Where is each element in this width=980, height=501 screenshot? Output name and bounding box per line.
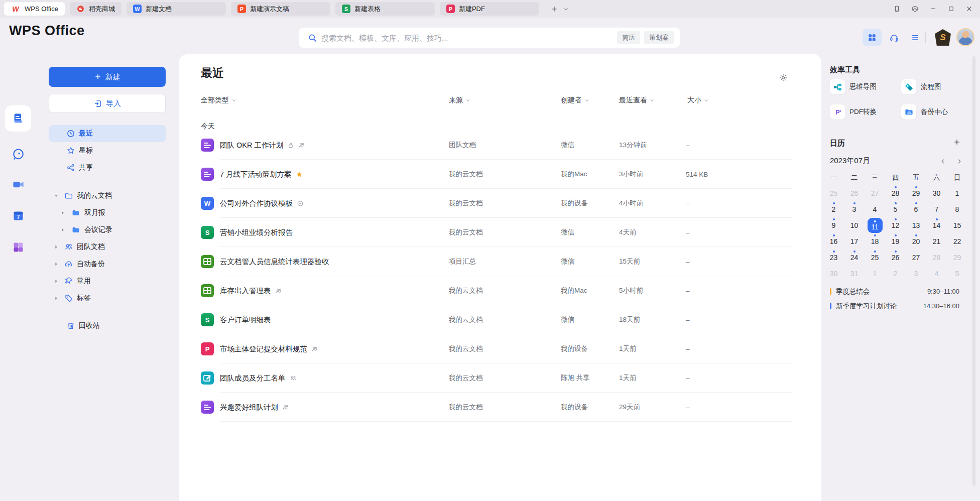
calendar-day[interactable]: 2 <box>885 266 906 282</box>
calendar-day[interactable]: 21 <box>926 233 947 249</box>
rail-apps-button[interactable] <box>5 234 31 260</box>
rail-calendar-button[interactable]: 7 <box>5 202 31 228</box>
calendar-day[interactable]: 1 <box>947 185 967 201</box>
sidebar-tree-0-child-1[interactable]: 会议记录 <box>40 221 173 238</box>
calendar-day[interactable]: 14 <box>926 217 947 233</box>
sidebar-item-2[interactable]: 共享 <box>40 159 173 176</box>
mobile-icon[interactable] <box>893 5 901 13</box>
scrollbar[interactable] <box>972 56 975 486</box>
sidebar-item-0[interactable]: 最近 <box>40 125 173 142</box>
search-input[interactable] <box>321 34 613 42</box>
tab-3[interactable]: P新建演示文稿 <box>231 2 330 16</box>
calendar-day[interactable]: 26 <box>885 249 906 266</box>
search-tag[interactable]: 策划案 <box>644 31 674 44</box>
file-row[interactable]: S 客户订单明细表 我的云文档 微信 18天前 – <box>179 305 821 334</box>
file-row[interactable]: 库存出入管理表 我的云文档 我的Mac 5小时前 – <box>179 276 821 305</box>
calendar-day-selected[interactable]: 11 <box>865 217 885 233</box>
tab-1[interactable]: 稻壳商城 <box>70 2 121 16</box>
workspace-icon[interactable] <box>911 5 919 13</box>
filter-4[interactable]: 大小 <box>687 96 709 105</box>
close-icon[interactable] <box>965 5 973 13</box>
sidebar-tree-2[interactable]: 自动备份 <box>40 256 173 273</box>
calendar-event[interactable]: 季度总结会9:30–11:00 <box>830 284 959 299</box>
calendar-day[interactable]: 26 <box>844 185 865 201</box>
calendar-day[interactable]: 30 <box>926 185 947 201</box>
list-settings-button[interactable] <box>777 71 790 84</box>
file-row[interactable]: 团队 OKR 工作计划 团队文档 微信 13分钟前 – <box>179 131 821 160</box>
caret-right-icon[interactable] <box>54 279 59 284</box>
file-row[interactable]: S 营销小组业绩分析报告 我的云文档 微信 4天前 – <box>179 218 821 247</box>
rail-docs-button[interactable] <box>5 105 31 132</box>
file-row[interactable]: 7 月线下活动策划方案 我的云文档 我的Mac 3小时前 514 KB <box>179 160 821 189</box>
avatar[interactable] <box>956 28 974 46</box>
sidebar-item-1[interactable]: 星标 <box>40 142 173 159</box>
file-row[interactable]: 团队成员及分工名单 我的云文档 陈旭 共享 1天前 – <box>179 363 821 393</box>
file-row[interactable]: 兴趣爱好组队计划 我的云文档 我的设备 29天前 – <box>179 393 821 422</box>
caret-right-icon[interactable] <box>54 296 59 301</box>
apps-grid-button[interactable] <box>863 29 882 46</box>
maximize-icon[interactable] <box>947 5 955 13</box>
calendar-day[interactable]: 6 <box>906 201 926 217</box>
file-row[interactable]: P 市场主体登记提交材料规范 我的云文档 我的设备 1天前 – <box>179 334 821 363</box>
file-row[interactable]: W 公司对外合作协议模板 我的云文档 我的设备 4小时前 – <box>179 189 821 218</box>
minimize-icon[interactable] <box>929 5 937 13</box>
calendar-day[interactable]: 30 <box>823 266 844 282</box>
membership-badge[interactable]: S <box>935 29 951 46</box>
calendar-event[interactable]: 新季度学习计划讨论14:30–16:00 <box>830 299 959 313</box>
sidebar-tree-0[interactable]: 我的云文档 <box>40 187 173 204</box>
filter-0[interactable]: 全部类型 <box>201 96 236 105</box>
menu-button[interactable] <box>906 29 925 46</box>
search-tag[interactable]: 简历 <box>617 31 640 44</box>
tool-2[interactable]: PPDF转换 <box>830 104 877 119</box>
caret-down-icon[interactable] <box>54 193 59 198</box>
file-row[interactable]: 云文档管人员信息统计表理器验收 项目汇总 微信 15天前 – <box>179 247 821 276</box>
calendar-day[interactable]: 17 <box>844 233 865 249</box>
tab-2[interactable]: W新建文档 <box>127 2 226 16</box>
calendar-day[interactable]: 19 <box>885 233 906 249</box>
calendar-day[interactable]: 27 <box>906 249 926 266</box>
sidebar-tree-4[interactable]: 标签 <box>40 290 173 307</box>
tab-4[interactable]: S新建表格 <box>335 2 435 16</box>
calendar-day[interactable]: 31 <box>844 266 865 282</box>
calendar-day[interactable]: 8 <box>947 201 967 217</box>
calendar-day[interactable]: 5 <box>947 266 967 282</box>
calendar-day[interactable]: 2 <box>823 201 844 217</box>
calendar-day[interactable]: 23 <box>823 249 844 266</box>
caret-right-icon[interactable] <box>54 262 59 267</box>
sidebar-tree-1[interactable]: 团队文档 <box>40 238 173 256</box>
calendar-day[interactable]: 29 <box>947 249 967 266</box>
calendar-prev-button[interactable] <box>938 156 948 166</box>
filter-3[interactable]: 最近查看 <box>619 96 655 105</box>
calendar-day[interactable]: 29 <box>906 185 926 201</box>
new-document-button[interactable]: 新建 <box>49 67 166 87</box>
calendar-day[interactable]: 18 <box>865 233 885 249</box>
tab-0[interactable]: WWPS Office <box>4 2 65 16</box>
calendar-day[interactable]: 10 <box>844 217 865 233</box>
calendar-day[interactable]: 3 <box>844 201 865 217</box>
calendar-day[interactable]: 22 <box>947 233 967 249</box>
sidebar-tree-0-child-0[interactable]: 双月报 <box>40 204 173 221</box>
tab-list-dropdown[interactable] <box>560 3 572 15</box>
sidebar-item-trash[interactable]: 回收站 <box>40 317 173 334</box>
tab-5[interactable]: P新建PDF <box>440 2 539 16</box>
calendar-day[interactable]: 3 <box>906 266 926 282</box>
calendar-day[interactable]: 4 <box>865 201 885 217</box>
caret-right-icon[interactable] <box>60 227 65 232</box>
tool-3[interactable]: 备份中心 <box>901 104 948 119</box>
rail-meeting-button[interactable] <box>5 171 31 197</box>
caret-right-icon[interactable] <box>54 244 59 249</box>
calendar-day[interactable]: 24 <box>844 249 865 266</box>
search-bar[interactable]: 简历策划案 <box>299 28 680 48</box>
calendar-day[interactable]: 15 <box>947 217 967 233</box>
calendar-day[interactable]: 12 <box>885 217 906 233</box>
calendar-day[interactable]: 16 <box>823 233 844 249</box>
import-button[interactable]: 导入 <box>49 94 166 113</box>
sidebar-tree-3[interactable]: 常用 <box>40 273 173 290</box>
calendar-day[interactable]: 9 <box>823 217 844 233</box>
new-tab-button[interactable] <box>548 3 560 15</box>
calendar-day[interactable]: 28 <box>926 249 947 266</box>
filter-2[interactable]: 创建者 <box>561 96 589 105</box>
caret-right-icon[interactable] <box>60 210 65 215</box>
calendar-day[interactable]: 13 <box>906 217 926 233</box>
calendar-day[interactable]: 28 <box>885 185 906 201</box>
